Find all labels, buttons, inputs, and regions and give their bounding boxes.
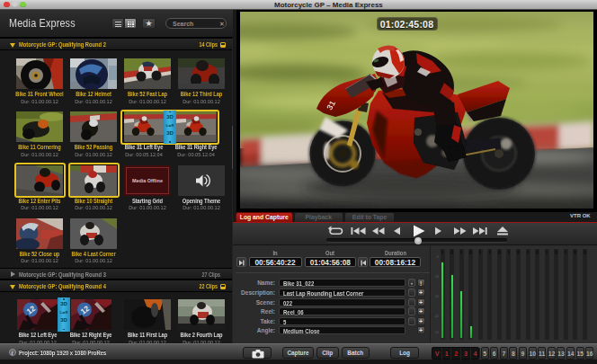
svg-text:Media Offline: Media Offline (132, 178, 163, 183)
